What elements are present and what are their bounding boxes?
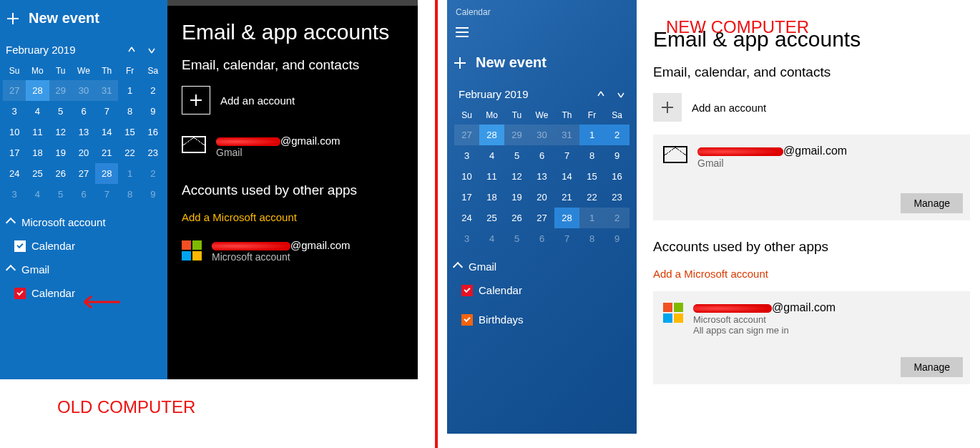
calendar-day[interactable]: 22 — [118, 142, 141, 163]
new-event-button[interactable]: New event — [0, 0, 167, 39]
calendar-day[interactable]: 21 — [95, 142, 118, 163]
calendar-day[interactable]: 4 — [26, 101, 49, 122]
calendar-day[interactable]: 26 — [504, 208, 529, 228]
calendar-day[interactable]: 30 — [72, 80, 95, 101]
calendar-day[interactable]: 6 — [529, 228, 554, 249]
calendar-day[interactable]: 7 — [554, 145, 579, 166]
add-account-button[interactable]: Add an account — [182, 86, 403, 135]
calendar-day[interactable]: 28 — [479, 125, 504, 145]
calendar-day[interactable]: 6 — [72, 184, 95, 205]
account-section-ms[interactable]: Microsoft account — [0, 209, 167, 235]
checkbox-icon[interactable] — [461, 314, 473, 326]
calendar-day[interactable]: 8 — [118, 184, 141, 205]
calendar-day[interactable]: 15 — [118, 122, 141, 142]
calendar-day[interactable]: 17 — [3, 142, 26, 163]
account-row-gmail[interactable]: @gmail.com Gmail — [182, 135, 403, 182]
calendar-day[interactable]: 1 — [118, 80, 141, 101]
calendar-day[interactable]: 8 — [118, 101, 141, 122]
calendar-day[interactable]: 19 — [49, 142, 72, 163]
calendar-day[interactable]: 27 — [72, 163, 95, 184]
manage-button[interactable]: Manage — [901, 193, 963, 213]
calendar-day[interactable]: 13 — [529, 166, 554, 187]
calendar-day[interactable]: 23 — [142, 142, 165, 163]
calendar-day[interactable]: 27 — [3, 80, 26, 101]
calendar-day[interactable]: 11 — [26, 122, 49, 142]
calendar-day[interactable]: 9 — [604, 145, 629, 166]
calendar-day[interactable]: 5 — [49, 101, 72, 122]
calendar-day[interactable]: 30 — [529, 125, 554, 145]
checkbox-icon[interactable] — [461, 285, 473, 296]
calendar-day[interactable]: 27 — [454, 125, 479, 145]
calendar-day[interactable]: 17 — [454, 187, 479, 208]
calendar-day[interactable]: 3 — [3, 101, 26, 122]
calendar-day[interactable]: 22 — [579, 187, 604, 208]
calendar-checkbox-item[interactable]: Calendar — [0, 235, 167, 256]
calendar-day[interactable]: 20 — [529, 187, 554, 208]
calendar-day[interactable]: 31 — [95, 80, 118, 101]
calendar-day[interactable]: 9 — [142, 184, 165, 205]
calendar-day[interactable]: 4 — [26, 184, 49, 205]
calendar-day[interactable]: 3 — [3, 184, 26, 205]
account-card-ms[interactable]: @gmail.com Microsoft account All apps ca… — [653, 291, 970, 384]
next-month-icon[interactable] — [617, 90, 625, 99]
account-row-ms[interactable]: @gmail.com Microsoft account — [182, 239, 403, 287]
calendar-day[interactable]: 31 — [554, 125, 579, 145]
calendar-day[interactable]: 16 — [604, 166, 629, 187]
new-event-button[interactable]: New event — [447, 49, 637, 84]
calendar-day[interactable]: 12 — [49, 122, 72, 142]
calendar-day[interactable]: 28 — [554, 208, 579, 228]
calendar-day[interactable]: 6 — [529, 145, 554, 166]
calendar-day[interactable]: 14 — [95, 122, 118, 142]
calendar-day[interactable]: 1 — [118, 163, 141, 184]
calendar-day[interactable]: 21 — [554, 187, 579, 208]
calendar-day[interactable]: 6 — [72, 101, 95, 122]
calendar-day[interactable]: 28 — [26, 80, 49, 101]
calendar-day[interactable]: 25 — [479, 208, 504, 228]
calendar-day[interactable]: 11 — [479, 166, 504, 187]
calendar-day[interactable]: 7 — [95, 101, 118, 122]
calendar-day[interactable]: 20 — [72, 142, 95, 163]
calendar-day[interactable]: 3 — [454, 228, 479, 249]
calendar-day[interactable]: 10 — [3, 122, 26, 142]
calendar-day[interactable]: 12 — [504, 166, 529, 187]
calendar-day[interactable]: 27 — [529, 208, 554, 228]
calendar-day[interactable]: 5 — [49, 184, 72, 205]
calendar-day[interactable]: 2 — [142, 80, 165, 101]
calendar-day[interactable]: 10 — [454, 166, 479, 187]
calendar-day[interactable]: 28 — [95, 163, 118, 184]
next-month-icon[interactable] — [147, 46, 156, 54]
manage-button[interactable]: Manage — [901, 357, 963, 377]
calendar-day[interactable]: 24 — [3, 163, 26, 184]
calendar-day[interactable]: 1 — [579, 125, 604, 145]
calendar-day[interactable]: 19 — [504, 187, 529, 208]
prev-month-icon[interactable] — [127, 46, 136, 54]
calendar-day[interactable]: 2 — [604, 208, 629, 228]
calendar-day[interactable]: 16 — [142, 122, 165, 142]
calendar-day[interactable]: 9 — [604, 228, 629, 249]
calendar-day[interactable]: 29 — [49, 80, 72, 101]
calendar-day[interactable]: 15 — [579, 166, 604, 187]
calendar-day[interactable]: 4 — [479, 228, 504, 249]
calendar-day[interactable]: 23 — [604, 187, 629, 208]
prev-month-icon[interactable] — [597, 90, 605, 99]
calendar-day[interactable]: 8 — [579, 145, 604, 166]
account-card-gmail[interactable]: @gmail.com Gmail Manage — [653, 135, 970, 220]
calendar-day[interactable]: 14 — [554, 166, 579, 187]
add-ms-account-link[interactable]: Add a Microsoft account — [182, 211, 403, 239]
calendar-grid[interactable]: SuMoTuWeThFrSa27282930311234567891011121… — [0, 60, 167, 209]
calendar-day[interactable]: 7 — [554, 228, 579, 249]
calendar-day[interactable]: 7 — [95, 184, 118, 205]
calendar-day[interactable]: 2 — [142, 163, 165, 184]
calendar-day[interactable]: 5 — [504, 228, 529, 249]
calendar-grid[interactable]: SuMoTuWeThFrSa27282930311234567891011121… — [447, 104, 637, 253]
calendar-day[interactable]: 3 — [454, 145, 479, 166]
account-section-gmail[interactable]: Gmail — [0, 256, 167, 283]
checkbox-icon[interactable] — [14, 240, 26, 252]
calendar-day[interactable]: 5 — [504, 145, 529, 166]
account-section-gmail[interactable]: Gmail — [447, 253, 637, 280]
checkbox-icon[interactable] — [14, 288, 26, 299]
calendar-day[interactable]: 24 — [454, 208, 479, 228]
add-ms-account-link[interactable]: Add a Microsoft account — [653, 268, 970, 291]
calendar-day[interactable]: 25 — [26, 163, 49, 184]
calendar-day[interactable]: 1 — [579, 208, 604, 228]
